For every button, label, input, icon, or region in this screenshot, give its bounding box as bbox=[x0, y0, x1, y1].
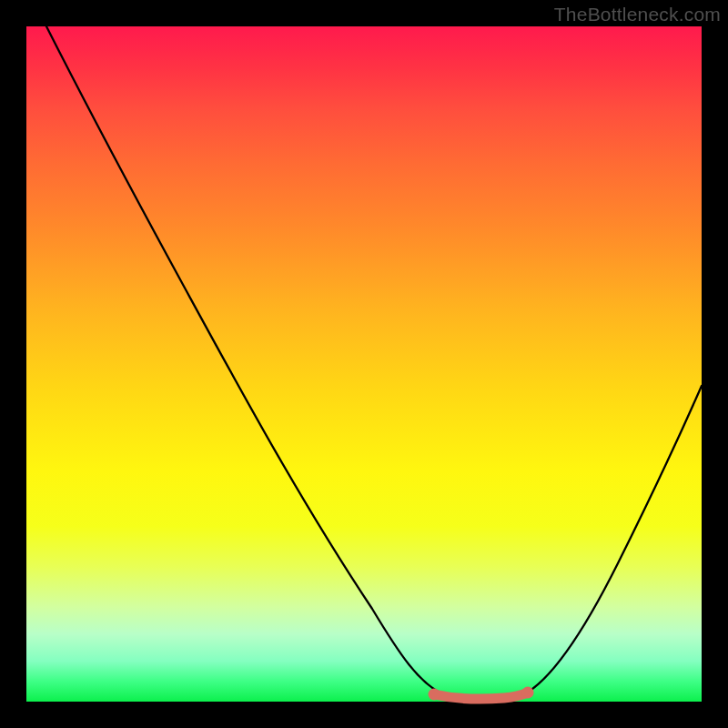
chart-frame: TheBottleneck.com bbox=[0, 0, 728, 728]
curve-layer bbox=[26, 26, 702, 702]
sweet-spot-end-dot bbox=[522, 687, 534, 699]
watermark-text: TheBottleneck.com bbox=[554, 4, 721, 25]
sweet-spot-highlight bbox=[434, 693, 528, 699]
plot-area bbox=[26, 26, 702, 702]
sweet-spot-start-dot bbox=[429, 689, 440, 701]
bottleneck-curve bbox=[46, 26, 702, 699]
